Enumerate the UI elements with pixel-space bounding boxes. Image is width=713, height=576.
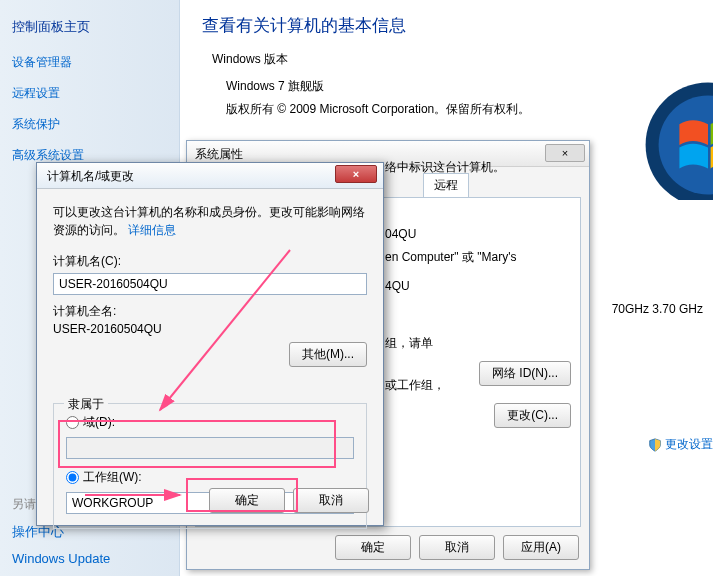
sysprops-qu-fragment: 4QU <box>385 279 410 293</box>
shield-icon <box>648 438 662 452</box>
full-name-label: 计算机全名: <box>53 303 367 320</box>
windows-logo-icon <box>643 80 713 200</box>
dialog-title: 计算机名/域更改 <box>37 163 383 189</box>
workgroup-radio-label: 工作组(W): <box>83 469 142 486</box>
cancel-button[interactable]: 取消 <box>293 488 369 513</box>
tab-remote[interactable]: 远程 <box>423 173 469 197</box>
edition-section-label: Windows 版本 <box>212 51 699 68</box>
change-settings-link[interactable]: 更改设置 <box>648 436 713 453</box>
sysprops-close-button[interactable]: × <box>545 144 585 162</box>
other-button[interactable]: 其他(M)... <box>289 342 367 367</box>
sysprops-wg1: 组，请单 <box>385 335 433 352</box>
workgroup-radio-row: 工作组(W): <box>66 469 354 486</box>
change-settings-label: 更改设置 <box>665 436 713 453</box>
domain-radio[interactable] <box>66 416 79 429</box>
sysprops-id-fragment: 04QU <box>385 227 416 241</box>
control-panel-home[interactable]: 控制面板主页 <box>12 18 167 36</box>
sysprops-apply-button[interactable]: 应用(A) <box>503 535 579 560</box>
dialog-button-row: 确定 取消 <box>209 488 369 513</box>
name-domain-change-dialog: 计算机名/域更改 × 可以更改这台计算机的名称和成员身份。更改可能影响网络资源的… <box>36 162 384 526</box>
sysprops-desc-fragment: 络中标识这台计算机。 <box>385 159 505 176</box>
domain-radio-row: 域(D): <box>66 414 354 431</box>
windows-update-link[interactable]: Windows Update <box>12 551 110 566</box>
dialog-description: 可以更改这台计算机的名称和成员身份。更改可能影响网络资源的访问。 详细信息 <box>53 203 367 239</box>
page-title: 查看有关计算机的基本信息 <box>202 14 699 37</box>
member-of-legend: 隶属于 <box>64 396 108 413</box>
copyright: 版权所有 © 2009 Microsoft Corporation。保留所有权利… <box>226 101 699 118</box>
computer-name-input[interactable] <box>53 273 367 295</box>
sidebar-link-remote[interactable]: 远程设置 <box>12 85 167 102</box>
dialog-desc-text: 可以更改这台计算机的名称和成员身份。更改可能影响网络资源的访问。 <box>53 205 365 237</box>
sysprops-wg2: 或工作组， <box>385 377 445 394</box>
dialog-titlebar[interactable]: 计算机名/域更改 × <box>37 163 383 189</box>
change-button[interactable]: 更改(C)... <box>494 403 571 428</box>
sysprops-title-text: 系统属性 <box>195 147 243 161</box>
workgroup-radio[interactable] <box>66 471 79 484</box>
ok-button[interactable]: 确定 <box>209 488 285 513</box>
sidebar-link-protection[interactable]: 系统保护 <box>12 116 167 133</box>
domain-radio-label: 域(D): <box>83 414 115 431</box>
details-link[interactable]: 详细信息 <box>128 223 176 237</box>
computer-name-label: 计算机名(C): <box>53 253 367 270</box>
domain-input <box>66 437 354 459</box>
dialog-close-button[interactable]: × <box>335 165 377 183</box>
sidebar-link-device-manager[interactable]: 设备管理器 <box>12 54 167 71</box>
full-name-value: USER-20160504QU <box>53 322 367 336</box>
sysprops-cancel-button[interactable]: 取消 <box>419 535 495 560</box>
dialog-body: 可以更改这台计算机的名称和成员身份。更改可能影响网络资源的访问。 详细信息 计算… <box>37 189 383 543</box>
sysprops-example-fragment: en Computer" 或 "Mary's <box>385 249 517 266</box>
network-id-button[interactable]: 网络 ID(N)... <box>479 361 571 386</box>
windows-edition: Windows 7 旗舰版 <box>226 78 699 95</box>
cpu-info: 70GHz 3.70 GHz <box>612 302 703 316</box>
